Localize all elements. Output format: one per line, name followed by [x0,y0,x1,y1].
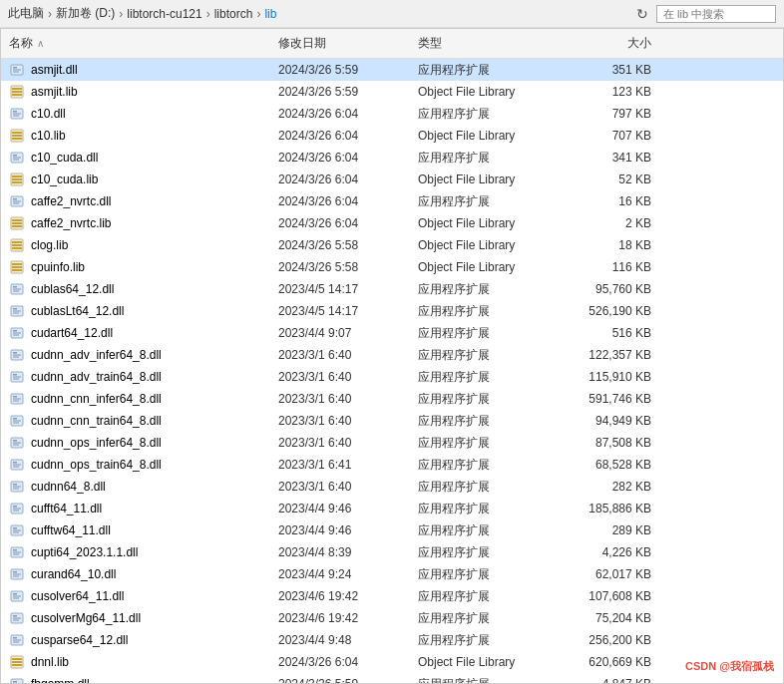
lib-icon [9,215,25,231]
table-row[interactable]: cusparse64_12.dll 2023/4/4 9:48 应用程序扩展 2… [1,629,783,651]
file-date: 2024/3/26 6:04 [270,128,410,144]
table-row[interactable]: asmjit.dll 2024/3/26 5:59 应用程序扩展 351 KB [1,59,783,81]
file-date: 2023/4/5 14:17 [270,281,410,297]
file-name: cudnn_cnn_infer64_8.dll [1,390,270,408]
path-libtorch-cu121[interactable]: libtorch-cu121 [127,7,201,21]
table-row[interactable]: cublas64_12.dll 2023/4/5 14:17 应用程序扩展 95… [1,278,783,300]
dll-icon [9,544,25,560]
file-date: 2023/3/1 6:40 [270,435,410,451]
table-row[interactable]: cudnn_ops_infer64_8.dll 2023/3/1 6:40 应用… [1,432,783,454]
file-name-text: c10_cuda.lib [31,172,98,186]
file-type: Object File Library [410,654,560,670]
svg-rect-111 [12,664,22,666]
table-row[interactable]: cudnn_cnn_train64_8.dll 2023/3/1 6:40 应用… [1,410,783,432]
file-type: 应用程序扩展 [410,346,560,365]
table-row[interactable]: cudnn_ops_train64_8.dll 2023/3/1 6:41 应用… [1,454,783,476]
file-name-text: curand64_10.dll [31,567,116,581]
table-row[interactable]: cudnn64_8.dll 2023/3/1 6:40 应用程序扩展 282 K… [1,476,783,498]
table-row[interactable]: cusolver64_11.dll 2023/4/6 19:42 应用程序扩展 … [1,585,783,607]
svg-rect-15 [12,138,22,140]
svg-rect-43 [13,291,19,292]
file-date: 2023/4/4 9:46 [270,522,410,538]
file-type: 应用程序扩展 [410,434,560,453]
table-row[interactable]: cusolverMg64_11.dll 2023/4/6 19:42 应用程序扩… [1,607,783,629]
svg-rect-65 [13,418,17,420]
file-name: cudnn_cnn_train64_8.dll [1,412,270,430]
file-name: cufftw64_11.dll [1,521,270,539]
svg-rect-79 [13,489,19,490]
file-name: caffe2_nvrtc.dll [1,192,270,210]
file-size: 52 KB [560,171,659,187]
svg-rect-50 [13,333,21,334]
table-row[interactable]: cudart64_12.dll 2023/4/4 9:07 应用程序扩展 516… [1,322,783,344]
col-type-header[interactable]: 类型 [410,33,560,54]
svg-rect-113 [13,681,17,683]
table-row[interactable]: c10.lib 2024/3/26 6:04 Object File Libra… [1,125,783,147]
table-row[interactable]: cudnn_adv_infer64_8.dll 2023/3/1 6:40 应用… [1,344,783,366]
svg-rect-87 [13,532,19,533]
file-size: 256,200 KB [560,632,659,648]
svg-rect-25 [13,198,17,200]
file-date: 2024/3/26 6:04 [270,654,410,670]
col-name-header[interactable]: 名称 ∧ [1,33,270,54]
path-drive[interactable]: 新加卷 (D:) [56,5,115,22]
svg-rect-86 [13,530,21,531]
table-row[interactable]: c10.dll 2024/3/26 6:04 应用程序扩展 797 KB [1,103,783,125]
table-row[interactable]: cupti64_2023.1.1.dll 2023/4/4 8:39 应用程序扩… [1,541,783,563]
file-type: 应用程序扩展 [410,105,560,124]
dll-icon [9,413,25,429]
file-name-text: caffe2_nvrtc.dll [31,194,112,208]
svg-rect-42 [13,289,21,290]
col-date-header[interactable]: 修改日期 [270,33,410,54]
path-computer[interactable]: 此电脑 [8,5,44,22]
table-row[interactable]: caffe2_nvrtc.lib 2024/3/26 6:04 Object F… [1,212,783,234]
col-size-header[interactable]: 大小 [560,33,659,54]
svg-rect-66 [13,421,21,422]
file-date: 2023/3/1 6:40 [270,413,410,429]
table-row[interactable]: cpuinfo.lib 2024/3/26 5:58 Object File L… [1,256,783,278]
lib-icon [9,237,25,253]
file-name-text: dnnl.lib [31,655,69,669]
file-list: asmjit.dll 2024/3/26 5:59 应用程序扩展 351 KB … [1,59,783,683]
svg-rect-35 [12,247,22,249]
dll-icon [9,676,25,683]
file-size: 94,949 KB [560,413,659,429]
file-name-text: cusparse64_12.dll [31,633,128,647]
file-date: 2024/3/26 5:59 [270,62,410,78]
table-row[interactable]: c10_cuda.lib 2024/3/26 6:04 Object File … [1,169,783,190]
path-libtorch[interactable]: libtorch [214,7,253,21]
search-input[interactable] [656,5,776,23]
table-row[interactable]: dnnl.lib 2024/3/26 6:04 Object File Libr… [1,651,783,673]
dll-icon [9,457,25,473]
table-row[interactable]: clog.lib 2024/3/26 5:58 Object File Libr… [1,234,783,256]
table-row[interactable]: caffe2_nvrtc.dll 2024/3/26 6:04 应用程序扩展 1… [1,190,783,212]
svg-rect-97 [13,593,17,595]
file-name: caffe2_nvrtc.lib [1,214,270,232]
svg-rect-33 [12,241,22,243]
svg-rect-19 [13,160,19,161]
table-row[interactable]: c10_cuda.dll 2024/3/26 6:04 应用程序扩展 341 K… [1,147,783,169]
path-lib[interactable]: lib [264,7,276,21]
table-row[interactable]: cufft64_11.dll 2023/4/4 9:46 应用程序扩展 185,… [1,498,783,519]
file-name-text: cudnn_adv_train64_8.dll [31,370,162,384]
refresh-button[interactable]: ↻ [636,6,648,22]
svg-rect-103 [13,620,19,621]
svg-rect-17 [13,155,17,157]
file-date: 2023/3/1 6:40 [270,347,410,363]
file-name: cpuinfo.lib [1,258,270,276]
svg-rect-63 [13,401,19,402]
table-row[interactable]: cudnn_adv_train64_8.dll 2023/3/1 6:40 应用… [1,366,783,388]
table-row[interactable]: cufftw64_11.dll 2023/4/4 9:46 应用程序扩展 289… [1,519,783,541]
file-date: 2024/3/26 6:04 [270,215,410,231]
table-row[interactable]: cublasLt64_12.dll 2023/4/5 14:17 应用程序扩展 … [1,300,783,322]
file-type: 应用程序扩展 [410,61,560,80]
file-size: 107,608 KB [560,588,659,604]
file-name-text: cudnn_ops_train64_8.dll [31,458,162,472]
file-name: asmjit.dll [1,61,270,79]
table-row[interactable]: asmjit.lib 2024/3/26 5:59 Object File Li… [1,81,783,103]
lib-icon [9,654,25,670]
table-row[interactable]: curand64_10.dll 2023/4/4 9:24 应用程序扩展 62,… [1,563,783,585]
file-name-text: cudnn64_8.dll [31,480,106,494]
table-row[interactable]: cudnn_cnn_infer64_8.dll 2023/3/1 6:40 应用… [1,388,783,410]
table-row[interactable]: fbgemm.dll 2024/3/26 5:59 应用程序扩展 4,847 K… [1,673,783,683]
